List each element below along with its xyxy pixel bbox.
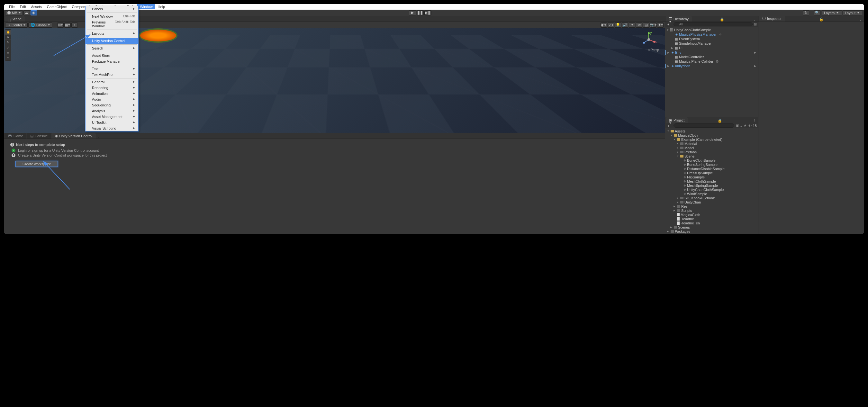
undo-history-button[interactable]: ↻ [803, 10, 809, 15]
menu-item-unity-version-control[interactable]: Unity Version Control [86, 38, 138, 44]
2d-toggle-button[interactable]: 2D [608, 23, 614, 28]
hierarchy-item[interactable]: ▶◈Env▶ [665, 50, 758, 55]
project-item[interactable]: ▼Example (Can be deleted) [665, 137, 758, 142]
menu-item-panels[interactable]: Panels▶ [86, 6, 138, 12]
project-item[interactable]: ⊛MeshClothSample [665, 179, 758, 183]
project-item[interactable]: ▶Model [665, 146, 758, 150]
cloud-button[interactable]: ☁ [24, 10, 30, 15]
project-item[interactable]: ▶SD_Kohaku_chanz [665, 196, 758, 200]
draw-mode-button[interactable]: ◐ [600, 23, 607, 28]
project-item[interactable]: ▶Scenes [665, 225, 758, 229]
menu-help[interactable]: Help [155, 4, 168, 9]
lighting-toggle-button[interactable]: 💡 [615, 23, 621, 28]
menu-item-asset-management[interactable]: Asset Management▶ [86, 114, 138, 120]
project-item[interactable]: Readme [665, 217, 758, 221]
menu-item-audio[interactable]: Audio▶ [86, 96, 138, 102]
project-item[interactable]: ▶Scripts [665, 208, 758, 213]
project-item[interactable]: ⊛DressUpSample [665, 171, 758, 175]
menu-item-package-manager[interactable]: Package Manager [86, 59, 138, 64]
project-search-input[interactable] [674, 123, 734, 128]
panel-menu-icon[interactable]: ⋮ [96, 134, 100, 138]
menu-item-sequencing[interactable]: Sequencing▶ [86, 102, 138, 108]
search-settings-icon[interactable]: ⊞ [754, 22, 757, 26]
project-item[interactable]: ⊛UnityChanClothSample [665, 187, 758, 192]
audio-toggle-button[interactable]: 🔊 [622, 23, 628, 28]
project-item[interactable]: ▶Material [665, 142, 758, 146]
menu-item-search[interactable]: Search▶ [86, 45, 138, 51]
menu-item-general[interactable]: General▶ [86, 79, 138, 85]
menu-item-next-window[interactable]: Next WindowCtrl+Tab [86, 13, 138, 19]
add-asset-button[interactable]: + [666, 124, 672, 128]
project-item[interactable]: ⊛BoneClothSample [665, 158, 758, 162]
project-item[interactable]: ▼MagicaCloth [665, 133, 758, 137]
hierarchy-item[interactable]: ▶▦UI [665, 45, 758, 50]
hierarchy-item[interactable]: ▦ModelController [665, 55, 758, 59]
menu-file[interactable]: File [6, 4, 18, 9]
layout-dropdown[interactable]: Layout [843, 10, 863, 15]
hierarchy-search-input[interactable] [674, 22, 752, 26]
menu-item-ui-toolkit[interactable]: UI Toolkit▶ [86, 120, 138, 125]
rotate-tool[interactable]: ↻ [5, 40, 11, 45]
transform-tool[interactable]: ✦ [5, 55, 11, 60]
tab-inspector[interactable]: ⓘInspector [759, 16, 785, 22]
hierarchy-item[interactable]: ▦EventSystem [665, 37, 758, 41]
project-item[interactable]: ▶Prefabs [665, 150, 758, 154]
orientation-gizmo[interactable]: y x [641, 32, 657, 48]
create-workspace-button[interactable]: Create workspace [16, 161, 58, 167]
menu-item-previous-window[interactable]: Previous WindowCtrl+Shift+Tab [86, 19, 138, 29]
project-item[interactable]: ⊛FlipSample [665, 175, 758, 179]
menu-item-visual-scripting[interactable]: Visual Scripting▶ [86, 125, 138, 131]
space-mode-button[interactable]: 🌐Global [28, 23, 52, 28]
account-button[interactable]: MB [5, 10, 23, 15]
lock-icon[interactable]: 🔒 [716, 119, 723, 123]
pivot-mode-button[interactable]: ⊙Center [5, 23, 28, 28]
rect-tool[interactable]: ▭ [5, 50, 11, 55]
search-button[interactable]: 🔍 [814, 10, 820, 15]
tab-project[interactable]: ▣Project [666, 117, 688, 123]
filter-type-icon[interactable]: ▣ [736, 123, 739, 128]
hidden-packages-icon[interactable]: 👁 [748, 124, 752, 128]
project-item[interactable]: ▼Scene [665, 154, 758, 158]
snap-increment-button[interactable]: ▦ [64, 23, 71, 28]
menu-edit[interactable]: Edit [18, 4, 29, 9]
perspective-label[interactable]: ≤ Persp [648, 48, 659, 52]
hierarchy-item[interactable]: ▦Magica Plane Collider⚙ [665, 59, 758, 64]
project-item[interactable]: ▶Res [665, 204, 758, 208]
project-item[interactable]: Readme_en [665, 221, 758, 225]
menu-item-rendering[interactable]: Rendering▶ [86, 85, 138, 91]
project-item[interactable]: ⊛MeshSpringSample [665, 183, 758, 187]
tab-unity-version-control[interactable]: ◉Unity Version Control [52, 133, 95, 138]
menu-item-layouts[interactable]: Layouts▶ [86, 31, 138, 36]
tab-game[interactable]: 🎮Game [4, 133, 26, 138]
camera-settings-button[interactable]: 📷 [650, 23, 656, 28]
fx-toggle-button[interactable]: ✦ [629, 23, 635, 28]
panel-menu-icon[interactable]: ⋮ [658, 18, 664, 22]
filter-label-icon[interactable]: ⬥ [740, 124, 742, 128]
hidden-objects-button[interactable]: 👁 [636, 23, 642, 28]
panel-menu-icon[interactable]: ⋮ [858, 18, 864, 22]
project-item[interactable]: ⊛DistanceDisableSample [665, 166, 758, 171]
layers-dropdown[interactable]: Layers [822, 10, 842, 15]
tab-console[interactable]: ▤Console [27, 133, 51, 138]
lock-icon[interactable]: 🔒 [818, 18, 825, 22]
menu-item-text[interactable]: Text▶ [86, 66, 138, 72]
tab-scene[interactable]: ⬚Scene [4, 17, 25, 22]
pause-button[interactable]: ❚❚ [416, 10, 424, 15]
menu-item-textmeshpro[interactable]: TextMeshPro▶ [86, 72, 138, 77]
menu-item-asset-store[interactable]: Asset Store [86, 53, 138, 59]
menu-assets[interactable]: Assets [29, 4, 44, 9]
project-item[interactable]: MagicaCloth [665, 213, 758, 217]
step-button[interactable]: ▶❚ [424, 10, 431, 15]
move-tool[interactable]: ✥ [5, 35, 11, 40]
play-button[interactable]: ▶ [409, 10, 416, 15]
lock-icon[interactable]: 🔒 [718, 18, 725, 22]
project-item[interactable]: ▶UnityChan [665, 200, 758, 204]
panel-menu-icon[interactable]: ⋮ [751, 119, 757, 123]
gizmos-button[interactable]: ✦ [657, 23, 663, 28]
grid-snap-button[interactable]: ⊞ [57, 23, 64, 28]
menu-item-animation[interactable]: Animation▶ [86, 91, 138, 96]
menu-gameobject[interactable]: GameObject [44, 4, 69, 9]
project-item[interactable]: ⊛WindSample [665, 192, 758, 196]
add-object-button[interactable]: + [666, 23, 672, 26]
scale-tool[interactable]: ⤢ [5, 45, 11, 50]
